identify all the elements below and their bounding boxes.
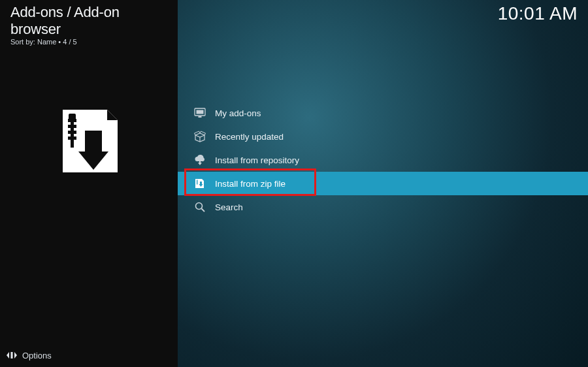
svg-rect-5 <box>68 131 71 134</box>
sort-line: Sort by: Name • 4 / 5 <box>10 38 169 46</box>
menu-list: My add-ons Recently updated <box>178 101 588 219</box>
svg-rect-23 <box>200 182 202 185</box>
menu-item-install-from-zip-file[interactable]: Install from zip file <box>178 172 588 195</box>
svg-rect-7 <box>68 136 71 140</box>
main-panel: 10:01 AM My add-ons <box>178 0 588 367</box>
monitor-icon <box>194 107 206 119</box>
zip-large-icon <box>50 104 128 183</box>
search-icon <box>194 201 206 213</box>
svg-rect-6 <box>74 131 76 134</box>
options-icon <box>7 350 17 360</box>
options-button[interactable]: Options <box>7 350 52 360</box>
svg-marker-12 <box>7 352 9 359</box>
svg-rect-9 <box>69 114 76 120</box>
menu-item-label: Recently updated <box>215 132 284 142</box>
options-label: Options <box>22 351 52 360</box>
svg-rect-0 <box>71 118 74 148</box>
menu-item-recently-updated[interactable]: Recently updated <box>178 125 588 148</box>
svg-rect-10 <box>85 131 102 153</box>
svg-rect-14 <box>11 352 13 359</box>
menu-item-search[interactable]: Search <box>178 195 588 219</box>
menu-item-install-from-repository[interactable]: Install from repository <box>178 148 588 172</box>
menu-item-label: Search <box>215 202 243 212</box>
menu-item-label: Install from zip file <box>215 179 286 189</box>
openbox-icon <box>194 131 206 142</box>
cloud-download-icon <box>194 154 206 166</box>
svg-marker-21 <box>198 163 202 165</box>
menu-item-my-addons[interactable]: My add-ons <box>178 101 588 125</box>
svg-rect-17 <box>199 116 202 118</box>
header: Add-ons / Add-on browser Sort by: Name •… <box>0 0 178 47</box>
svg-point-25 <box>196 203 203 210</box>
svg-marker-13 <box>14 352 17 359</box>
menu-item-label: My add-ons <box>215 108 261 118</box>
zip-download-icon <box>194 178 206 189</box>
svg-rect-8 <box>74 136 76 140</box>
svg-rect-4 <box>74 125 76 128</box>
svg-line-26 <box>202 209 205 212</box>
breadcrumb: Add-ons / Add-on browser <box>10 4 169 38</box>
sidebar: Add-ons / Add-on browser Sort by: Name •… <box>0 0 178 367</box>
clock: 10:01 AM <box>498 3 578 24</box>
svg-rect-3 <box>68 125 71 128</box>
svg-rect-22 <box>197 180 197 185</box>
svg-rect-16 <box>197 110 204 114</box>
menu-item-label: Install from repository <box>215 155 299 165</box>
